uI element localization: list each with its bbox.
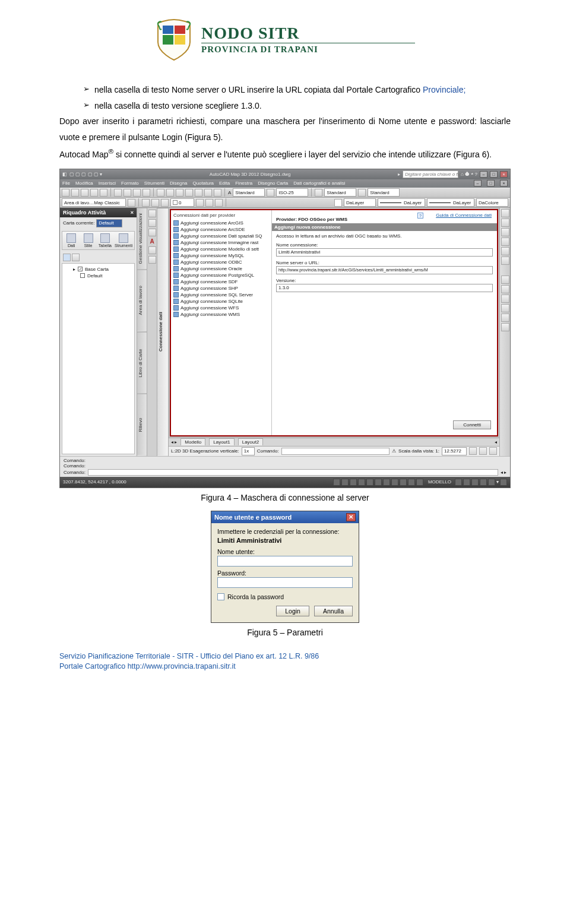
conn-item[interactable]: Aggiungi connessione MySQL: [173, 252, 269, 259]
conn-item[interactable]: Aggiungi connessione WFS: [173, 305, 269, 311]
sb-btn[interactable]: [416, 479, 423, 486]
tb-btn[interactable]: [176, 189, 183, 197]
tree-default[interactable]: Default: [65, 273, 132, 279]
color-btn[interactable]: [334, 199, 342, 207]
sb-btn[interactable]: [463, 479, 470, 486]
sb-btn[interactable]: [350, 479, 357, 486]
sb-btn[interactable]: [400, 479, 407, 486]
view-btn[interactable]: [72, 254, 80, 261]
tb-btn[interactable]: [315, 189, 322, 197]
sb-btn[interactable]: [358, 479, 365, 486]
tb-btn[interactable]: [142, 189, 150, 197]
rt-btn[interactable]: [501, 219, 509, 227]
rt-btn[interactable]: [501, 238, 509, 246]
vtab-area[interactable]: Area di lavoro: [137, 270, 147, 332]
tab-stile[interactable]: Stile: [81, 233, 95, 248]
std-select-3[interactable]: Standard: [368, 188, 400, 197]
menu-item[interactable]: File: [62, 181, 70, 186]
help-link[interactable]: Guida di Connessione dati: [436, 213, 492, 218]
input-password[interactable]: [217, 577, 353, 588]
rt-btn[interactable]: [501, 314, 509, 322]
tb-btn[interactable]: [358, 189, 366, 197]
input-nome-connessione[interactable]: Limiti Amministrativi: [276, 248, 493, 257]
tab-strumenti[interactable]: Strumenti: [115, 233, 132, 248]
help-icon[interactable]: ?: [417, 213, 423, 219]
tb-btn[interactable]: [133, 189, 141, 197]
tb-btn[interactable]: [214, 189, 221, 197]
tb-btn[interactable]: [205, 199, 213, 207]
sb-btn[interactable]: [375, 479, 382, 486]
tb-btn[interactable]: [90, 189, 98, 197]
sb-btn[interactable]: [455, 479, 462, 486]
rt-btn[interactable]: [501, 304, 509, 312]
scala-value[interactable]: 12.5272: [442, 447, 467, 455]
rt-btn[interactable]: [501, 323, 509, 331]
ltype-select[interactable]: DaLayer: [378, 198, 425, 207]
cmd-line-input[interactable]: [88, 469, 498, 476]
std-select-2[interactable]: Standard: [324, 188, 356, 197]
close-button[interactable]: ×: [500, 171, 508, 178]
tb-btn[interactable]: [195, 189, 202, 197]
tb-btn[interactable]: [128, 199, 135, 207]
menu-item[interactable]: Strumenti: [144, 181, 164, 186]
tb-btn[interactable]: [215, 199, 223, 207]
tab-dati[interactable]: Dati: [64, 233, 78, 248]
view-btn[interactable]: [63, 254, 71, 261]
help-search-input[interactable]: Digitare parola chiave o frase: [403, 170, 458, 178]
input-username[interactable]: [217, 556, 353, 567]
sb-btn[interactable]: [480, 479, 487, 486]
rt-btn[interactable]: [501, 209, 509, 217]
carta-corrente-select[interactable]: Default: [96, 219, 122, 227]
sb-btn[interactable]: [488, 479, 495, 486]
lweight-select[interactable]: DaLayer: [427, 198, 474, 207]
menu-item[interactable]: Dati cartografici e analisi: [293, 181, 345, 186]
menu-item[interactable]: Disegna: [170, 181, 187, 186]
doc-maximize[interactable]: □: [487, 180, 495, 186]
conn-item[interactable]: Aggiungi connessione PostgreSQL: [173, 272, 269, 279]
conn-item[interactable]: Aggiungi connessione WMS: [173, 311, 269, 318]
tb-btn[interactable]: [204, 189, 212, 197]
minimize-button[interactable]: –: [480, 171, 487, 178]
ese-select[interactable]: 1x: [242, 447, 255, 455]
tb-btn[interactable]: [81, 189, 88, 197]
rt-btn[interactable]: [501, 276, 509, 284]
dimstyle-select[interactable]: ISO-25: [276, 188, 308, 197]
workspace-select[interactable]: Area di lavo…Map Classic: [62, 198, 126, 207]
rt-btn[interactable]: [501, 228, 509, 236]
conn-item[interactable]: Aggiungi connessione ArcGIS: [173, 220, 269, 226]
tb-btn[interactable]: [151, 199, 159, 207]
vtab-rilievo[interactable]: Rilievo: [137, 394, 147, 456]
menu-item[interactable]: Quotatura: [192, 181, 214, 186]
tb-btn[interactable]: [161, 199, 169, 207]
tb-btn[interactable]: [196, 199, 204, 207]
tree-basecarta[interactable]: ▸✓Base Carta: [65, 266, 132, 273]
style-select[interactable]: Standard: [233, 188, 265, 197]
login-button[interactable]: Login: [276, 606, 309, 616]
doc-minimize[interactable]: –: [474, 180, 482, 186]
menu-item[interactable]: Finestra: [235, 181, 252, 186]
cancel-button[interactable]: Annulla: [314, 606, 353, 616]
tb-btn[interactable]: [157, 189, 164, 197]
conn-item[interactable]: Aggiungi connessione ODBC: [173, 259, 269, 265]
ic-btn[interactable]: [148, 246, 156, 254]
tb-btn[interactable]: [267, 189, 274, 197]
tb-btn[interactable]: [114, 189, 122, 197]
doc-close[interactable]: ×: [500, 180, 508, 186]
menu-item[interactable]: Edita: [219, 181, 230, 186]
tb-btn[interactable]: [185, 189, 193, 197]
tab-tabella[interactable]: Tabella: [98, 233, 112, 248]
tb-btn[interactable]: [489, 447, 497, 455]
sb-btn[interactable]: [471, 479, 479, 486]
sb-btn[interactable]: [383, 479, 390, 486]
layer-select[interactable]: 0: [170, 198, 194, 207]
dacolore-select[interactable]: DaColore: [476, 198, 508, 207]
ic-btn[interactable]: [148, 256, 156, 264]
input-nome-url[interactable]: http://www.provincia.trapani.sitr.it/Arc…: [276, 266, 493, 274]
conn-item[interactable]: Aggiungi connessione ArcSDE: [173, 226, 269, 233]
tb-btn[interactable]: [71, 189, 79, 197]
rt-btn[interactable]: [501, 285, 509, 293]
login-close-button[interactable]: ✕: [346, 513, 356, 521]
vtab-connessione-dati[interactable]: Connessione dati: [157, 208, 168, 456]
rt-btn[interactable]: [501, 295, 509, 303]
tab-layout1[interactable]: Layout1: [209, 438, 234, 445]
